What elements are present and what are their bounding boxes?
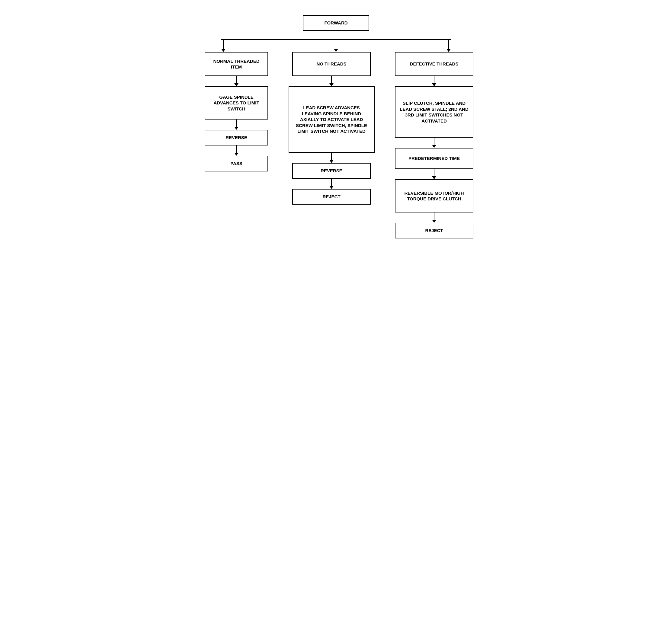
predetermined-time-box: PREDETERMINED TIME — [395, 148, 473, 169]
gage-spindle-label: GAGE SPINDLE ADVANCES TO LIMIT SWITCH — [209, 94, 263, 112]
arrow2-left — [234, 127, 239, 130]
arrow1-left — [234, 83, 239, 86]
reverse-left-box: REVERSE — [205, 130, 268, 145]
top-section: FORWARD — [203, 15, 469, 52]
line4-right — [434, 212, 434, 220]
arrow4-right — [432, 220, 436, 223]
arrow3-right — [432, 176, 436, 179]
line2-right — [434, 138, 434, 145]
line1-center — [331, 76, 332, 83]
no-threads-box: NO THREADS — [292, 52, 371, 76]
reversible-motor-label: REVERSIBLE MOTOR/HIGH TORQUE DRIVE CLUTC… — [400, 190, 469, 202]
line-from-forward — [336, 31, 336, 39]
gage-spindle-box: GAGE SPINDLE ADVANCES TO LIMIT SWITCH — [205, 86, 268, 120]
reverse-left-label: REVERSE — [225, 135, 247, 141]
left-drop-line — [223, 40, 224, 49]
center-drop-arrow — [334, 49, 338, 52]
predetermined-time-label: PREDETERMINED TIME — [408, 155, 460, 161]
defective-threads-label: DEFECTIVE THREADS — [410, 61, 459, 67]
reject-right-label: REJECT — [425, 227, 443, 233]
arrow3-left — [234, 153, 239, 156]
arrow2-right — [432, 145, 436, 148]
line3-left — [236, 145, 237, 153]
slip-clutch-label: SLIP CLUTCH, SPINDLE AND LEAD SCREW STAL… — [400, 100, 469, 124]
col-center: NO THREADS LEAD SCREW ADVANCES LEAVING S… — [286, 52, 377, 205]
no-threads-label: NO THREADS — [316, 61, 346, 67]
three-columns: NORMAL THREADED ITEM GAGE SPINDLE ADVANC… — [203, 52, 475, 238]
line2-left — [236, 120, 237, 127]
left-drop-arrow — [221, 49, 225, 52]
reject-center-label: REJECT — [322, 194, 340, 200]
arrow2-center — [329, 160, 334, 163]
center-drop-line — [336, 40, 336, 49]
lead-screw-box: LEAD SCREW ADVANCES LEAVING SPINDLE BEHI… — [289, 86, 375, 153]
line3-right — [434, 169, 434, 176]
arrow1-right — [432, 83, 436, 86]
pass-label: PASS — [230, 160, 243, 166]
right-drop-line — [448, 40, 449, 49]
right-drop — [447, 40, 451, 52]
reject-right-box: REJECT — [395, 223, 473, 238]
slip-clutch-box: SLIP CLUTCH, SPINDLE AND LEAD SCREW STAL… — [395, 86, 473, 138]
reverse-center-box: REVERSE — [292, 163, 371, 179]
h-splitter — [221, 39, 451, 40]
arrow1-center — [329, 83, 334, 86]
col-left: NORMAL THREADED ITEM GAGE SPINDLE ADVANC… — [203, 52, 270, 171]
split-drops — [221, 40, 451, 52]
pass-box: PASS — [205, 156, 268, 171]
line2-center — [331, 153, 332, 160]
reject-center-box: REJECT — [292, 189, 371, 205]
normal-threaded-label: NORMAL THREADED ITEM — [209, 58, 263, 70]
line1-right — [434, 76, 434, 83]
forward-box: FORWARD — [303, 15, 369, 31]
reverse-center-label: REVERSE — [321, 168, 342, 174]
line1-left — [236, 76, 237, 83]
left-drop — [221, 40, 225, 52]
lead-screw-label: LEAD SCREW ADVANCES LEAVING SPINDLE BEHI… — [293, 105, 370, 134]
forward-label: FORWARD — [324, 20, 347, 26]
reversible-motor-box: REVERSIBLE MOTOR/HIGH TORQUE DRIVE CLUTC… — [395, 179, 473, 212]
flowchart: FORWARD — [200, 6, 472, 248]
arrow3-center — [329, 186, 334, 189]
center-drop — [334, 40, 338, 52]
col-right: DEFECTIVE THREADS SLIP CLUTCH, SPINDLE A… — [393, 52, 475, 238]
normal-threaded-box: NORMAL THREADED ITEM — [205, 52, 268, 76]
defective-threads-box: DEFECTIVE THREADS — [395, 52, 473, 76]
line3-center — [331, 179, 332, 186]
right-drop-arrow — [447, 49, 451, 52]
